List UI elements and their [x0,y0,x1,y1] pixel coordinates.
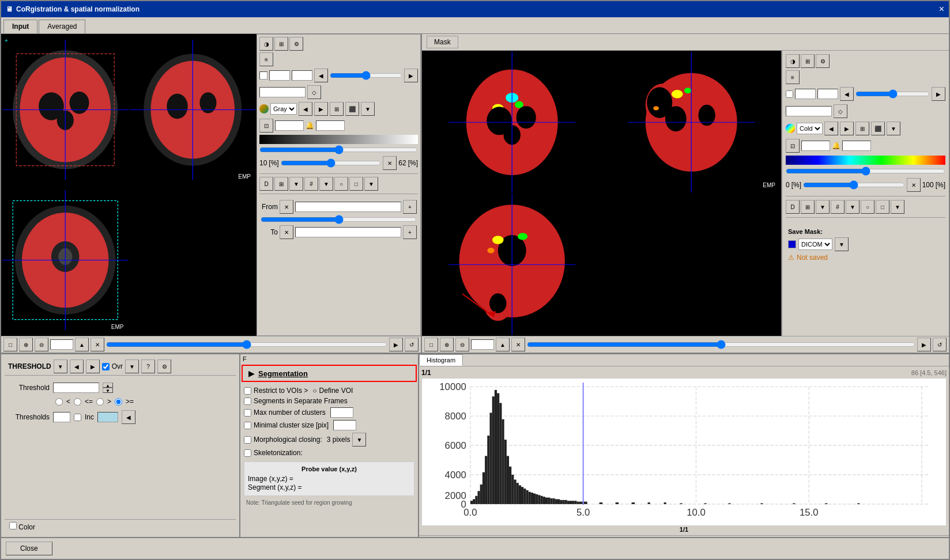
settings-icon[interactable]: ⚙ [289,37,303,51]
min-cluster-input[interactable] [333,420,356,430]
threshold-value-input[interactable]: 4.5 [53,383,99,393]
r-next-slice-btn[interactable]: ▶ [932,87,945,101]
min-val-input[interactable]: 0.0 [275,120,304,131]
r-frame-input[interactable]: 1 [817,89,838,99]
colormap-next-btn[interactable]: ▶ [314,102,328,116]
r-tool-icon-more[interactable]: ▼ [891,200,904,214]
r-colormap-icon1[interactable]: ⊞ [855,122,869,135]
next-slice-btn[interactable]: ▶ [404,69,418,82]
r-tool-icon-dd[interactable]: ▼ [816,200,830,214]
close-icon[interactable]: × [939,4,944,14]
r-slice-check[interactable] [786,90,793,98]
tool-icon-hash[interactable]: # [304,177,318,191]
dicom-dropdown[interactable]: ▼ [835,237,849,251]
r-contrast-icon[interactable]: ◑ [786,54,800,68]
skeletonization-check[interactable] [244,449,251,457]
radio-lt[interactable] [55,398,63,406]
histogram-tab[interactable]: Histogram [419,354,463,366]
r-prev-slice-btn[interactable]: ◀ [840,87,854,101]
r-tool-icon-grid[interactable]: ⊞ [801,200,815,214]
slice-checkbox[interactable] [259,71,267,80]
radio-lte[interactable] [74,398,81,406]
max-clusters-input[interactable] [330,407,353,418]
morphological-dropdown-btn[interactable]: ▼ [352,433,366,447]
to-input[interactable] [295,227,401,237]
inc-value-input[interactable]: 1.0 [97,412,118,422]
r-minmax-icon[interactable]: ⊡ [786,139,800,153]
r-zoom-x-btn[interactable]: ✕ [511,338,525,351]
threshold-up-btn[interactable]: ▲ [103,383,113,388]
tool-icon-circle[interactable]: ○ [334,177,348,191]
r-tool-icon-hashdd[interactable]: ▼ [846,200,859,214]
zoom-slider-right[interactable] [527,340,915,349]
color-check[interactable] [9,522,17,529]
contrast-icon[interactable]: ◑ [259,37,273,51]
frame-input2[interactable] [259,87,306,97]
zoom-rect-btn[interactable]: □ [3,338,17,351]
r-zoom-out-btn[interactable]: ⊖ [455,338,469,351]
layers-icon[interactable]: ≡ [259,52,273,66]
threshold-settings-btn[interactable]: ⚙ [157,360,171,373]
separate-frames-check[interactable] [244,398,251,405]
threshold-dropdown2-btn[interactable]: ▼ [125,360,139,373]
r-zoom-rect-btn[interactable]: □ [424,338,438,351]
r-colormap-prev-btn[interactable]: ◀ [824,122,838,135]
zoom-input-left[interactable]: 1.0 [50,339,73,350]
tool-icon-more[interactable]: ▼ [364,177,378,191]
r-slice-input[interactable]: 18 [795,89,816,99]
r-tool-icon-circle[interactable]: ○ [861,200,874,214]
prev-slice-btn[interactable]: ◀ [314,69,328,82]
to-plus-btn[interactable]: + [403,225,417,239]
r-colormap-next-btn[interactable]: ▶ [840,122,854,135]
tool-icon-square[interactable]: □ [349,177,363,191]
r-grid-icon[interactable]: ⊞ [801,54,815,68]
zoom-right-btn[interactable]: ▶ [389,338,403,351]
r-percent-slider[interactable] [803,181,905,189]
colormap-select[interactable]: Gray [270,103,297,115]
colormap-icon2[interactable]: ⬛ [345,102,359,116]
max-clusters-check[interactable] [244,409,251,417]
mask-tab[interactable]: Mask [427,36,458,48]
grid-icon[interactable]: ⊞ [274,37,288,51]
r-zoom-cycle-btn[interactable]: ↺ [933,338,947,351]
from-input[interactable] [295,202,401,212]
zoom-out-btn[interactable]: ⊖ [35,338,48,351]
from-plus-btn[interactable]: + [403,200,417,214]
colormap-icon1[interactable]: ⊞ [330,102,344,116]
inc-prev-btn[interactable]: ◀ [122,410,135,424]
min-cluster-check[interactable] [244,422,251,429]
slice-input[interactable]: 18 [269,70,290,81]
r-zoom-right-btn[interactable]: ▶ [917,338,931,351]
percent-slider[interactable] [281,159,382,167]
threshold-help-btn[interactable]: ? [141,360,155,373]
segmentation-header[interactable]: ▶ Segmentation [242,365,417,382]
slice-slider[interactable] [330,71,402,80]
r-slice-slider[interactable] [855,90,930,98]
r-settings-icon[interactable]: ⚙ [816,54,830,68]
close-button[interactable]: Close [6,542,52,555]
tab-input[interactable]: Input [3,20,37,33]
to-x-btn[interactable]: ✕ [280,225,293,239]
r-tool-icon-hash[interactable]: # [831,200,845,214]
radio-gte[interactable] [115,398,122,406]
zoom-in-btn[interactable]: ⊕ [19,338,33,351]
frame-input[interactable]: 1 [292,70,312,81]
threshold-next-btn[interactable]: ▶ [86,360,100,373]
percent-x-btn[interactable]: ✕ [383,156,397,170]
r-min-val-input[interactable]: 0.0 [801,141,830,151]
threshold-ovr-check[interactable] [102,363,110,370]
inc-check[interactable] [74,414,81,421]
r-tool-icon-d[interactable]: D [786,200,800,214]
threshold-prev-btn[interactable]: ◀ [70,360,84,373]
morphological-check[interactable] [244,436,251,444]
zoom-cycle-btn[interactable]: ↺ [405,338,419,351]
zoom-input-right[interactable]: 1.0 [471,339,494,350]
minmax-icon[interactable]: ⊡ [259,119,273,133]
max-val-input[interactable]: 10.0 [316,120,345,131]
r-frame-input2[interactable] [786,106,832,116]
frame-diamond-btn[interactable]: ◇ [307,85,321,99]
from-slider[interactable] [261,215,417,224]
r-zoom-in-btn[interactable]: ⊕ [440,338,454,351]
tab-averaged[interactable]: Averaged [39,20,85,33]
r-tool-icon-square[interactable]: □ [876,200,889,214]
